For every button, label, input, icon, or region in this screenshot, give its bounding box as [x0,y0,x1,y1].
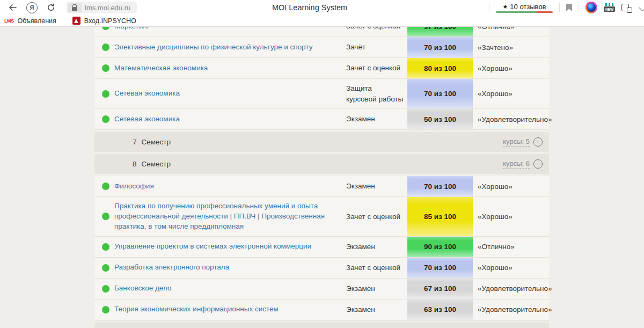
courses-count-link[interactable]: курсы: 5 [503,137,530,147]
bookmark-button[interactable] [566,4,572,11]
grade-value: «Удовлетворительно» [473,279,552,299]
course-row: Философия Экзамен 70 из 100 «Хорошо» [94,176,549,197]
course-link[interactable]: Философия [114,181,154,192]
course-row: Теория экономических информационных сист… [94,300,549,320]
extension-new-button[interactable]: NEW [604,3,615,12]
exam-type: Экзамен [346,279,407,299]
exam-type: Зачет с оценкой [346,27,407,37]
url-text[interactable]: lms.moi.edu.ru [84,4,136,12]
score-cell: 80 из 100 [407,58,473,78]
course-link[interactable]: Теория экономических информационных сист… [114,304,279,315]
score-cell: 70 из 100 [407,37,473,57]
exam-type: Зачет с оценкой [346,197,407,236]
course-row: Сетевая экономика Защита курсовой работы… [94,79,549,109]
course-link[interactable]: Сетевая экономика [114,114,180,125]
grade-value: «Удовлетворительно» [473,109,552,129]
exam-type: Экзамен [346,176,407,196]
toggle-icon[interactable] [533,137,543,147]
grade-value: «Хорошо» [473,79,549,108]
grade-value: «Хорошо» [473,197,549,236]
bookmark-flag-icon [566,4,572,11]
status-dot [102,64,109,72]
status-dot [102,243,109,251]
reviews-label: 10 отзывов [510,3,546,11]
status-dot [102,183,109,190]
secure-chip[interactable] [68,3,82,12]
back-button[interactable] [8,3,17,12]
score-value: 70 из 100 [424,183,456,191]
status-dot [102,285,109,293]
chevron-icon[interactable] [639,4,644,11]
exam-type: Экзамен [346,300,407,320]
back-arrow-icon [8,3,17,12]
course-link[interactable]: Банковское дело [114,283,171,294]
extension-pages-button[interactable] [621,4,633,11]
grade-value: «Удовлетворительно» [473,300,552,320]
lock-icon [72,7,77,11]
score-cell: 63 из 100 [407,300,473,320]
semester-number: 8 [133,160,137,168]
semester-number: 7 [133,138,137,146]
extension-globe-button[interactable] [586,2,597,13]
bookmark-item-inpsycho[interactable]: Вход.INPSYCHO [72,17,136,25]
lms-favicon: LMS [4,18,14,24]
score-cell: 70 из 100 [407,79,473,108]
score-value: 70 из 100 [424,43,456,52]
divider [489,3,489,12]
status-dot [102,90,109,98]
grade-value: «Отлично» [473,237,549,257]
grade-value: «Хорошо» [473,258,549,278]
semester-row: 9 Семестр (текущий) [94,323,549,328]
exam-type: Зачёт [346,37,407,57]
grade-value: «Хорошо» [473,58,549,78]
score-cell: 50 из 100 [407,109,473,129]
course-link[interactable]: Математическая экономика [114,63,208,74]
bookmark-item-announcements[interactable]: LMS Объявления [4,17,56,25]
refresh-icon [47,3,55,12]
semester-row: 7 Семестр курсы: 5 [94,132,549,152]
divider [559,3,560,12]
semester-label: Семестр [142,138,171,146]
browser-chrome: Я lms.moi.edu.ru MOI Learning System ★ 1… [0,0,644,15]
divider [579,3,579,12]
course-row: Банковское дело Экзамен 67 из 100 «Удовл… [94,279,549,300]
course-link[interactable]: Элективные дисциплины по физической куль… [114,42,312,53]
yandex-icon[interactable]: Я [26,2,38,13]
status-dot [102,306,109,314]
course-link[interactable]: Маркетинг [114,27,150,31]
score-value: 90 из 100 [424,243,456,251]
course-link[interactable]: Практика по получению профессиональных у… [114,201,330,232]
score-value: 97 из 100 [424,27,456,31]
exam-type: Экзамен [346,237,407,257]
course-row: Практика по получению профессиональных у… [94,197,549,237]
course-row: Сетевая экономика Экзамен 50 из 100 «Удо… [94,109,549,130]
course-row: Разработка электронного портала Зачет с … [94,258,549,279]
exam-type: Экзамен [346,109,407,129]
semester-row: 8 Семестр курсы: 6 [94,154,549,174]
exam-type: Зачет с оценкой [346,258,407,278]
score-value: 50 из 100 [424,115,456,123]
grades-table: Маркетинг Зачет с оценкой 97 из 100 «Отл… [94,27,549,328]
address-bar[interactable]: lms.moi.edu.ru [67,2,137,13]
status-dot [102,264,109,272]
site-reviews[interactable]: ★ 10 отзывов [496,3,553,13]
toggle-icon[interactable] [533,159,543,169]
semester-label: Семестр [142,160,171,168]
courses-count-link[interactable]: курсы: 6 [503,159,530,169]
course-row: Маркетинг Зачет с оценкой 97 из 100 «Отл… [94,27,549,37]
course-link[interactable]: Разработка электронного портала [114,263,229,273]
status-dot [102,27,109,30]
refresh-button[interactable] [47,3,55,12]
pages-extension-icon [621,4,629,11]
course-link[interactable]: Сетевая экономика [114,89,180,99]
score-cell: 70 из 100 [407,176,473,196]
page-content: Маркетинг Зачет с оценкой 97 из 100 «Отл… [0,27,644,328]
new-extension-icon [605,3,613,6]
grade-value: «Зачтено» [473,37,549,57]
grade-value: «Отлично» [473,27,549,37]
score-cell: 70 из 100 [407,258,473,278]
exam-type: Зачет с оценкой [346,58,407,78]
course-row: Математическая экономика Зачет с оценкой… [94,58,549,79]
semester-title: 8 Семестр [133,160,171,168]
course-link[interactable]: Управление проектом в системах электронн… [114,242,311,252]
